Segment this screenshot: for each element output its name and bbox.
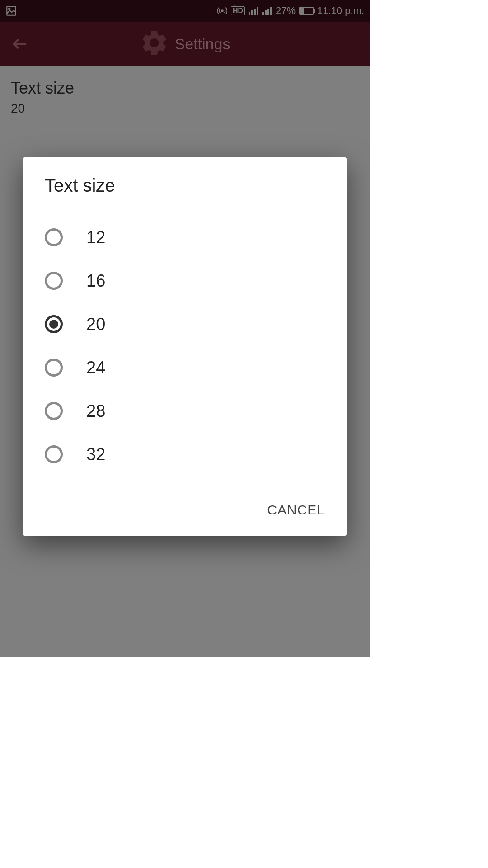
radio-option-20[interactable]: 20 <box>45 302 325 346</box>
radio-option-12[interactable]: 12 <box>45 216 325 259</box>
radio-list: 12 16 20 24 28 32 <box>45 216 325 476</box>
radio-label: 32 <box>86 445 105 464</box>
radio-icon <box>45 228 63 246</box>
radio-option-32[interactable]: 32 <box>45 433 325 476</box>
radio-icon <box>45 272 63 290</box>
radio-label: 16 <box>86 271 105 291</box>
text-size-dialog: Text size 12 16 20 24 28 <box>23 157 347 536</box>
radio-icon <box>45 445 63 463</box>
dialog-actions: CANCEL <box>45 498 325 522</box>
radio-label: 20 <box>86 315 105 334</box>
radio-option-28[interactable]: 28 <box>45 389 325 433</box>
cancel-button[interactable]: CANCEL <box>267 498 325 522</box>
radio-label: 12 <box>86 228 105 247</box>
radio-option-24[interactable]: 24 <box>45 346 325 389</box>
modal-overlay[interactable]: Text size 12 16 20 24 28 <box>0 0 370 657</box>
radio-label: 24 <box>86 358 105 377</box>
radio-option-16[interactable]: 16 <box>45 259 325 302</box>
radio-icon <box>45 402 63 420</box>
radio-icon <box>45 359 63 377</box>
radio-label: 28 <box>86 401 105 421</box>
dialog-title: Text size <box>45 175 325 196</box>
radio-icon <box>45 315 63 333</box>
